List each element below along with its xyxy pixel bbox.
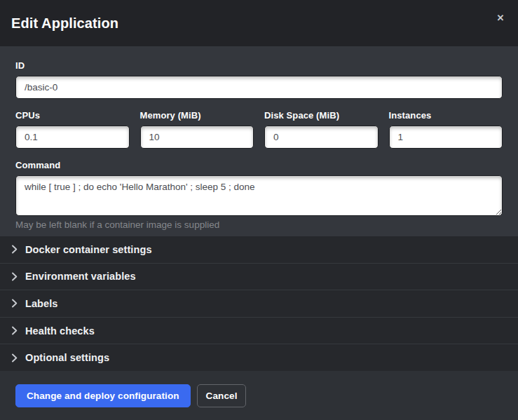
section-label: Optional settings [25, 352, 109, 363]
cpus-input[interactable] [15, 126, 130, 149]
disk-field-group: Disk Space (MiB) [264, 110, 379, 149]
command-textarea[interactable]: while [ true ] ; do echo 'Hello Marathon… [15, 175, 503, 216]
memory-label: Memory (MiB) [140, 110, 254, 121]
section-label: Docker container settings [25, 244, 152, 255]
chevron-right-icon [11, 245, 18, 254]
instances-label: Instances [389, 110, 503, 121]
modal-header: Edit Application ✕ [0, 0, 518, 46]
modal-title: Edit Application [11, 15, 118, 32]
chevron-right-icon [11, 326, 18, 335]
section-docker-container-settings[interactable]: Docker container settings [0, 236, 518, 263]
chevron-right-icon [11, 299, 18, 308]
cancel-button[interactable]: Cancel [197, 384, 247, 407]
command-label: Command [15, 160, 503, 170]
memory-field-group: Memory (MiB) [140, 110, 254, 149]
instances-input[interactable] [389, 126, 503, 149]
cpus-field-group: CPUs [15, 110, 130, 149]
command-field-group: Command while [ true ] ; do echo 'Hello … [15, 160, 503, 230]
cpus-label: CPUs [15, 110, 130, 121]
section-label: Labels [25, 298, 58, 309]
disk-label: Disk Space (MiB) [264, 110, 379, 121]
resources-row: CPUs Memory (MiB) Disk Space (MiB) Insta… [15, 110, 503, 149]
close-icon[interactable]: ✕ [493, 10, 508, 25]
section-label: Environment variables [25, 271, 136, 282]
chevron-right-icon [11, 272, 18, 281]
section-labels[interactable]: Labels [0, 290, 518, 317]
disk-input[interactable] [264, 126, 379, 149]
instances-field-group: Instances [389, 110, 503, 149]
command-help-text: May be left blank if a container image i… [15, 219, 503, 230]
section-label: Health checks [25, 325, 95, 337]
chevron-right-icon [11, 353, 18, 363]
change-and-deploy-button[interactable]: Change and deploy configuration [15, 384, 191, 407]
collapsible-sections: Docker container settings Environment va… [0, 236, 518, 371]
modal-footer: Change and deploy configuration Cancel [0, 371, 518, 420]
id-input[interactable] [15, 76, 503, 99]
application-form: ID CPUs Memory (MiB) Disk Space (MiB) In… [0, 46, 518, 236]
id-label: ID [15, 60, 503, 71]
edit-application-modal: Edit Application ✕ ID CPUs Memory (MiB) … [0, 0, 518, 420]
section-health-checks[interactable]: Health checks [0, 317, 518, 344]
id-field-group: ID [15, 60, 503, 99]
section-optional-settings[interactable]: Optional settings [0, 344, 518, 371]
memory-input[interactable] [140, 126, 254, 149]
section-environment-variables[interactable]: Environment variables [0, 263, 518, 290]
